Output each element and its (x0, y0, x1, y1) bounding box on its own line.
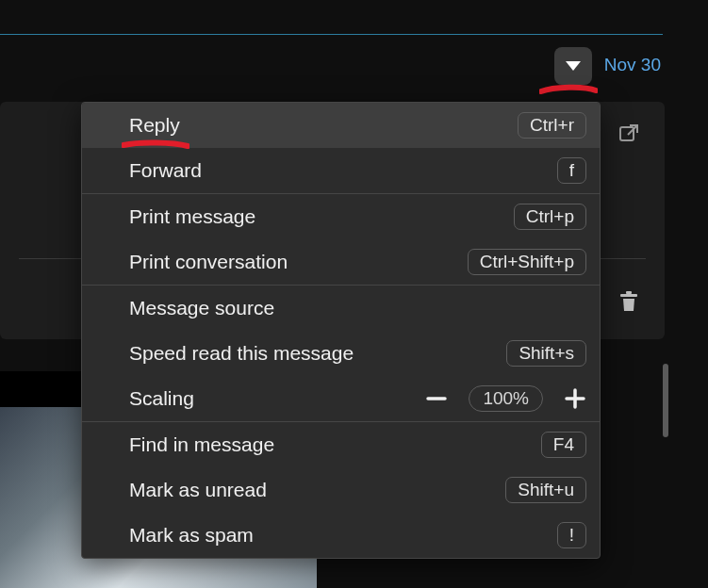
menu-item-scaling[interactable]: Scaling100% (82, 376, 600, 421)
menu-item-shortcut: Ctrl+r (518, 112, 586, 139)
menu-item-shortcut: Ctrl+Shift+p (468, 249, 586, 275)
menu-item-label: Message source (129, 297, 274, 319)
menu-item-forward[interactable]: Forwardf (82, 148, 600, 193)
svg-rect-2 (620, 294, 637, 297)
menu-item-mark-as-spam[interactable]: Mark as spam! (82, 513, 600, 558)
message-date: Nov 30 (604, 55, 661, 75)
menu-item-print-message[interactable]: Print messageCtrl+p (82, 194, 600, 239)
menu-item-label: Print message (129, 205, 255, 228)
menu-item-shortcut: Shift+s (506, 340, 586, 367)
zoom-in-button[interactable] (564, 387, 586, 410)
annotation-underline-trigger (539, 84, 598, 99)
zoom-level: 100% (469, 385, 543, 412)
menu-item-label: Find in message (129, 433, 274, 456)
menu-item-label: Mark as unread (129, 479, 267, 501)
menu-item-shortcut: ! (557, 522, 586, 548)
open-external-icon[interactable] (617, 122, 640, 145)
chevron-down-icon (565, 60, 582, 72)
menu-item-label: Mark as spam (129, 524, 254, 547)
message-actions-menu: ReplyCtrl+rForwardfPrint messageCtrl+pPr… (81, 102, 601, 559)
scaling-controls: 100% (425, 385, 586, 412)
menu-item-message-source[interactable]: Message source (82, 286, 600, 331)
menu-item-label: Forward (129, 159, 202, 182)
header-divider (0, 34, 663, 35)
menu-item-label: Speed read this message (129, 342, 354, 365)
trash-icon[interactable] (617, 290, 640, 313)
menu-item-label: Reply (129, 114, 180, 137)
menu-item-shortcut: F4 (541, 432, 586, 458)
menu-item-label: Print conversation (129, 251, 288, 273)
menu-item-reply[interactable]: ReplyCtrl+r (82, 103, 600, 148)
menu-item-shortcut: f (557, 157, 586, 184)
message-actions-dropdown-trigger[interactable] (554, 47, 592, 85)
svg-rect-3 (626, 291, 632, 294)
svg-rect-1 (620, 127, 634, 140)
menu-item-shortcut: Ctrl+p (514, 204, 586, 230)
menu-item-speed-read-this-message[interactable]: Speed read this messageShift+s (82, 331, 600, 376)
zoom-out-button[interactable] (425, 387, 448, 410)
scrollbar-thumb[interactable] (663, 364, 668, 437)
menu-item-label: Scaling (129, 387, 194, 410)
menu-item-shortcut: Shift+u (505, 477, 586, 503)
menu-item-find-in-message[interactable]: Find in messageF4 (82, 422, 600, 467)
menu-item-mark-as-unread[interactable]: Mark as unreadShift+u (82, 467, 600, 513)
svg-marker-0 (566, 61, 581, 71)
menu-item-print-conversation[interactable]: Print conversationCtrl+Shift+p (82, 239, 600, 285)
